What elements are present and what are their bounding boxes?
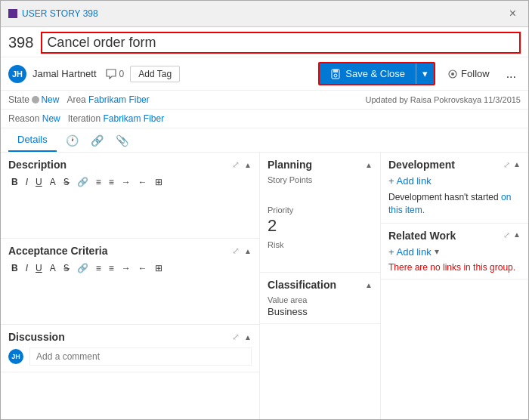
description-resize-icon[interactable]: ⤢ [232,159,240,170]
discussion-resize-icon[interactable]: ⤢ [232,332,240,342]
item-number: 398 [8,34,33,51]
ul-button[interactable]: ≡ [106,175,117,189]
svg-rect-1 [333,69,338,73]
dev-text-link[interactable]: on this item. [388,192,511,215]
description-controls: ⤢ ▲ [232,159,252,170]
ac-outdent-button[interactable]: ← [135,261,150,275]
acceptance-editor[interactable] [8,278,252,316]
follow-label: Follow [461,68,490,79]
classification-header: Classification ▲ [268,279,373,291]
save-close-button[interactable]: Save & Close [320,63,416,84]
story-points-value [268,186,373,201]
strikethrough-button[interactable]: S̶ [60,175,73,189]
ac-font-color-button[interactable]: A [47,261,59,275]
description-editor[interactable] [8,192,252,230]
area-value[interactable]: Fabrikam Fiber [88,94,150,105]
title-bar: USER STORY 398 × [1,1,528,27]
italic-button[interactable]: I [23,175,31,189]
related-work-title: Related Work [388,230,456,242]
state-label: State [8,94,29,105]
no-links-text: There are no links in this group. [388,262,521,273]
close-button[interactable]: × [505,5,521,22]
development-section: Development ⤢ ▲ + Add link Development h… [381,153,528,224]
tabs-row: Details 🕐 🔗 📎 [1,128,528,153]
development-add-link[interactable]: + Add link [388,175,521,187]
development-text: Development hasn't started on this item. [388,191,521,217]
item-title-input[interactable] [41,32,521,54]
ac-strikethrough-button[interactable]: S̶ [60,261,73,275]
related-work-chevron-icon[interactable]: ▲ [513,230,521,240]
ac-ol-button[interactable]: ≡ [93,261,104,275]
comment-count: 0 [119,69,125,79]
related-add-link[interactable]: + Add link [388,246,432,258]
ac-link-button[interactable]: 🔗 [74,261,91,275]
meta-row-2: Reason New Iteration Fabrikam Fiber [1,110,528,128]
iteration-value[interactable]: Fabrikam Fiber [103,113,164,124]
tab-links[interactable]: 🔗 [85,130,110,151]
development-resize-icon[interactable]: ⤢ [503,160,510,170]
ac-underline-button[interactable]: U [32,261,45,275]
tab-history[interactable]: 🕐 [60,130,85,151]
comment-input[interactable] [29,347,252,366]
tab-details[interactable]: Details [8,128,57,152]
planning-chevron-icon[interactable]: ▲ [365,161,373,169]
ac-indent-button[interactable]: → [119,261,134,275]
discussion-controls: ⤢ ▲ [232,332,252,342]
story-points-label: Story Points [268,175,373,184]
related-work-header: Related Work ⤢ ▲ [388,230,521,242]
svg-point-2 [334,74,337,77]
svg-point-4 [451,73,454,76]
acceptance-controls: ⤢ ▲ [232,246,252,256]
acceptance-criteria-section: Acceptance Criteria ⤢ ▲ B I U A S̶ 🔗 ≡ ≡… [1,239,259,325]
add-tag-button[interactable]: Add Tag [130,66,180,82]
related-work-resize-icon[interactable]: ⤢ [503,230,510,240]
state-value[interactable]: New [41,94,59,105]
development-panel: Development ⤢ ▲ + Add link Development h… [381,153,528,419]
related-add-link-dropdown[interactable]: ▾ [435,246,439,257]
ac-italic-button[interactable]: I [23,261,31,275]
underline-button[interactable]: U [32,175,45,189]
classification-chevron-icon[interactable]: ▲ [365,281,373,289]
description-chevron-icon[interactable]: ▲ [244,161,252,169]
font-color-button[interactable]: A [47,175,59,189]
acceptance-chevron-icon[interactable]: ▲ [244,247,252,255]
image-button[interactable]: ⊞ [152,175,166,189]
save-close-group: Save & Close ▾ [318,62,435,85]
user-story-link[interactable]: USER STORY 398 [22,8,98,19]
save-dropdown-button[interactable]: ▾ [416,63,434,84]
link-button[interactable]: 🔗 [74,175,91,189]
comment-avatar: JH [8,349,23,364]
reason-value[interactable]: New [42,113,60,124]
acceptance-title: Acceptance Criteria [8,245,108,257]
discussion-section: Discussion ⤢ ▲ JH [1,325,259,372]
bold-button[interactable]: B [8,175,21,189]
updated-text: Updated by Raisa Pokrovskaya 11/3/2015 [366,95,521,104]
tab-attachments[interactable]: 📎 [110,130,135,151]
planning-panel: Planning ▲ Story Points Priority 2 Risk … [260,153,381,419]
discussion-chevron-icon[interactable]: ▲ [244,333,252,341]
indent-button[interactable]: → [119,175,134,189]
ol-button[interactable]: ≡ [93,175,104,189]
description-section: Description ⤢ ▲ B I U A S̶ 🔗 ≡ ≡ → [1,153,259,239]
follow-button[interactable]: Follow [441,65,496,82]
risk-label: Risk [268,240,373,249]
ac-ul-button[interactable]: ≡ [106,261,117,275]
area-label: Area [67,94,85,105]
comment-row: JH [8,347,252,366]
priority-value: 2 [268,216,373,236]
planning-section: Planning ▲ Story Points Priority 2 Risk [260,153,380,273]
development-chevron-icon[interactable]: ▲ [513,160,521,170]
more-button[interactable]: ... [502,64,521,84]
ac-bold-button[interactable]: B [8,261,21,275]
save-icon [330,69,341,79]
action-bar: JH Jamal Hartnett 0 Add Tag Save & Close… [1,57,528,91]
meta-row: State New Area Fabrikam Fiber Updated by… [1,91,528,110]
outdent-button[interactable]: ← [135,175,150,189]
ac-image-button[interactable]: ⊞ [152,261,166,275]
acceptance-toolbar: B I U A S̶ 🔗 ≡ ≡ → ← ⊞ [8,261,252,275]
comment-icon [106,69,116,79]
acceptance-resize-icon[interactable]: ⤢ [232,246,240,256]
work-item-window: USER STORY 398 × 398 JH Jamal Hartnett 0… [0,0,529,420]
classification-section: Classification ▲ Value area Business [260,273,380,324]
classification-title: Classification [268,279,336,291]
